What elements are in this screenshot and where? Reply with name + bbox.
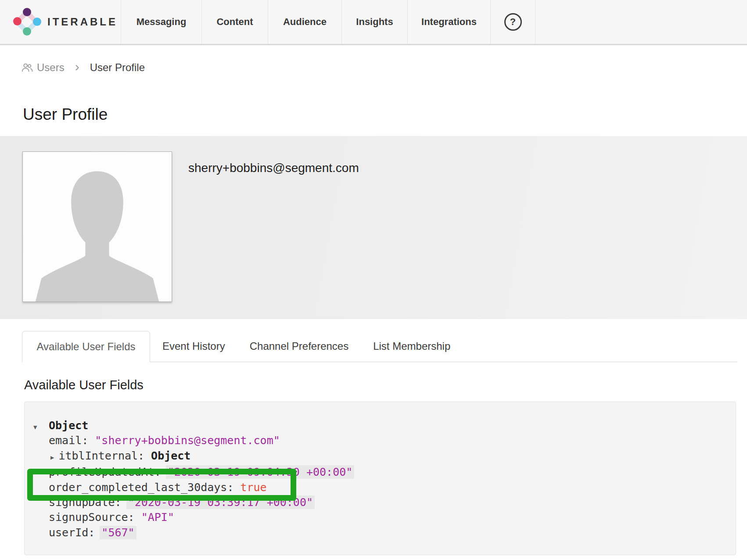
- avatar-silhouette-icon: [23, 152, 172, 302]
- collapse-expander-icon[interactable]: ▼: [33, 420, 37, 434]
- logo-dot-purple: [23, 8, 31, 16]
- root-object-label: Object: [49, 419, 88, 432]
- tab-channel-preferences[interactable]: Channel Preferences: [237, 331, 361, 362]
- tree-root-row: ▼Object: [49, 418, 727, 433]
- field-key: email:: [49, 434, 88, 447]
- tab-available-user-fields[interactable]: Available User Fields: [22, 331, 150, 362]
- field-value: "567": [101, 526, 134, 539]
- highlight-annotation-box: [27, 469, 296, 501]
- tab-list-membership[interactable]: List Membership: [361, 331, 463, 362]
- help-icon: ?: [504, 13, 522, 31]
- breadcrumb-users-link[interactable]: Users: [37, 61, 65, 74]
- nav-item-audience[interactable]: Audience: [268, 0, 341, 44]
- top-navbar: ITERABLE Messaging Content Audience Insi…: [0, 0, 747, 45]
- field-key: signupSource:: [49, 511, 135, 524]
- profile-hero: sherry+bobbins@segment.com: [0, 136, 747, 319]
- iterable-logo[interactable]: ITERABLE: [0, 0, 121, 44]
- profile-tabbar: Available User Fields Event History Chan…: [22, 331, 737, 362]
- brand-wordmark: ITERABLE: [47, 16, 118, 28]
- logo-dot-teal: [23, 27, 31, 36]
- nav-item-content[interactable]: Content: [201, 0, 268, 44]
- field-value: "sherry+bobbins@segment.com": [95, 434, 280, 447]
- nav-item-integrations[interactable]: Integrations: [407, 0, 490, 44]
- tab-event-history[interactable]: Event History: [150, 331, 237, 362]
- iterable-user-profile-screen: ITERABLE Messaging Content Audience Insi…: [0, 0, 747, 560]
- nav-item-insights[interactable]: Insights: [341, 0, 407, 44]
- field-value-object: Object: [151, 449, 190, 462]
- field-row-signupsource: signupSource:"API": [49, 510, 727, 525]
- expand-expander-icon[interactable]: ▶: [50, 454, 54, 461]
- field-value: "API": [141, 511, 174, 524]
- breadcrumb-separator-icon: ›: [75, 59, 79, 74]
- field-value-chip: "567": [100, 526, 136, 539]
- logo-dot-blue: [33, 18, 41, 26]
- field-key: itblInternal:: [58, 449, 144, 462]
- field-key: userId:: [49, 526, 95, 539]
- users-icon: [21, 62, 33, 73]
- logo-dot-red: [13, 17, 22, 25]
- help-button[interactable]: ?: [490, 0, 535, 44]
- page-title: User Profile: [23, 105, 108, 124]
- breadcrumb-current: User Profile: [90, 61, 145, 74]
- field-row-userid: userId:"567": [49, 525, 727, 540]
- iterable-logo-icon: [12, 7, 41, 36]
- breadcrumb: Users › User Profile: [21, 59, 145, 76]
- avatar: [22, 151, 172, 302]
- field-row-itblinternal: ▶itblInternal:Object: [49, 449, 727, 465]
- section-heading: Available User Fields: [24, 378, 144, 392]
- field-row-email: email:"sherry+bobbins@segment.com": [49, 433, 727, 448]
- nav-item-messaging[interactable]: Messaging: [121, 0, 201, 44]
- profile-email: sherry+bobbins@segment.com: [188, 161, 359, 175]
